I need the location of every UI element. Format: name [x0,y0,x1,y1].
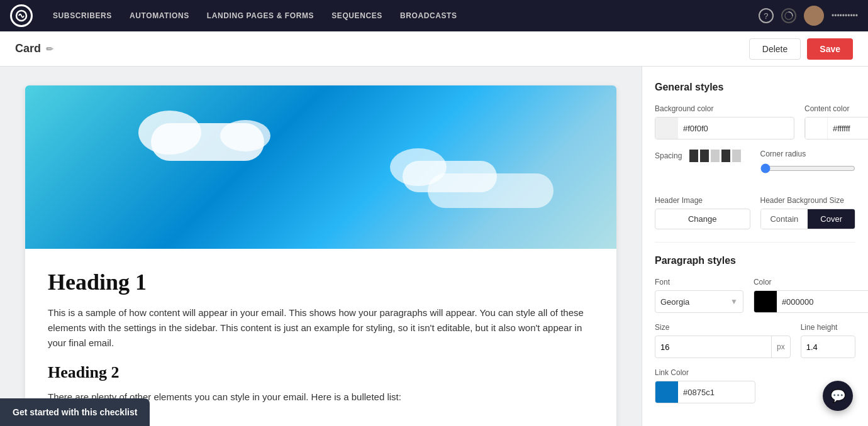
header-image-label: Header Image [655,196,750,205]
size-label: Size [655,323,791,332]
size-input-wrapper[interactable]: px [655,336,791,358]
spacing-bar-5[interactable] [732,150,741,162]
top-navigation: SUBSCRIBERS AUTOMATIONS LANDING PAGES & … [0,0,868,31]
corner-radius-label: Corner radius [760,150,856,158]
card-preview: Heading 1 This is a sample of how conten… [25,85,616,426]
line-height-input[interactable] [801,336,855,358]
main-layout: Heading 1 This is a sample of how conten… [0,67,868,426]
font-col: Font Georgia Arial Times New Roman ▼ [655,278,743,313]
header-bg-size-label: Header Background Size [760,196,856,205]
link-color-value[interactable] [678,388,755,397]
size-unit: px [771,336,790,358]
size-col: Size px [655,323,791,358]
checklist-banner[interactable]: Get started with this checklist [0,398,150,426]
chevron-down-icon: ▼ [730,297,738,306]
font-label: Font [655,278,743,287]
font-select[interactable]: Georgia Arial Times New Roman [660,297,730,307]
color-row: Background color Content color [655,104,855,139]
spacing-col: Spacing [655,150,750,186]
bg-size-buttons: Contain Cover [760,209,856,229]
font-color-input[interactable] [754,290,868,313]
spacing-bar-1[interactable] [689,150,698,162]
spacing-bar-4[interactable] [721,150,730,162]
spacing-corner-row: Spacing Corner radius [655,150,855,186]
contain-button[interactable]: Contain [761,209,808,229]
chat-widget[interactable]: 💬 [823,381,853,411]
card-hero-image [25,85,616,249]
font-color-col: Color [754,278,868,313]
background-color-col: Background color [655,104,794,139]
content-color-label: Content color [804,104,868,113]
sidebar: General styles Background color Content … [642,67,868,426]
change-image-button[interactable]: Change [655,209,750,229]
card-title: Card ✏ [15,42,53,55]
edit-title-icon[interactable]: ✏ [46,44,53,54]
header-image-col: Header Image Change [655,196,750,229]
user-name[interactable]: •••••••••• [832,11,858,20]
nav-sequences[interactable]: SEQUENCES [331,11,382,20]
spacing-bar-3[interactable] [711,150,720,162]
paragraph-styles-title: Paragraph styles [655,255,855,266]
content-color-value[interactable] [828,124,868,133]
header-image-row: Header Image Change Header Background Si… [655,196,855,229]
logo[interactable] [10,4,33,27]
corner-radius-slider[interactable] [760,163,856,173]
chat-icon: 💬 [830,388,846,403]
sub-header: Card ✏ Delete Save [0,31,868,67]
content-color-input[interactable] [804,117,868,139]
size-row: Size px Line height [655,323,855,358]
nav-broadcasts[interactable]: BROADCASTS [400,11,457,20]
background-color-swatch[interactable] [655,117,678,139]
background-color-label: Background color [655,104,794,113]
card-heading-2: Heading 2 [48,363,594,382]
nav-right: ? •••••••••• [759,6,858,26]
card-paragraph-1: This is a sample of how content will app… [48,305,594,351]
content-area: Heading 1 This is a sample of how conten… [0,67,642,426]
link-color-swatch[interactable] [655,381,678,403]
spacing-bar-2[interactable] [700,150,709,162]
nav-landing-pages[interactable]: LANDING PAGES & FORMS [207,11,314,20]
delete-button[interactable]: Delete [749,38,801,60]
spacing-label: Spacing [655,151,682,160]
font-color-row: Font Georgia Arial Times New Roman ▼ Col… [655,278,855,313]
cover-button[interactable]: Cover [808,209,855,229]
spacing-controls [689,150,741,162]
size-input[interactable] [655,342,771,352]
nav-subscribers[interactable]: SUBSCRIBERS [53,11,112,20]
line-height-label: Line height [801,323,855,332]
font-color-swatch[interactable] [754,290,777,313]
divider [655,242,855,243]
paragraph-styles: Paragraph styles Font Georgia Arial Time… [655,255,855,403]
general-styles-title: General styles [655,82,855,93]
checklist-label: Get started with this checklist [13,407,137,417]
background-color-input[interactable] [655,117,794,139]
link-color-label: Link Color [655,368,855,377]
header-actions: Delete Save [749,38,853,60]
link-color-input[interactable] [655,381,755,403]
nav-automations[interactable]: AUTOMATIONS [130,11,189,20]
save-button[interactable]: Save [807,38,853,60]
user-avatar[interactable] [804,6,824,26]
card-heading-1: Heading 1 [48,269,594,295]
card-title-text: Card [15,42,41,55]
spacing-row: Spacing [655,150,750,162]
line-height-col: Line height [801,323,855,358]
nav-links: SUBSCRIBERS AUTOMATIONS LANDING PAGES & … [53,11,738,20]
background-color-value[interactable] [678,124,794,133]
help-icon[interactable]: ? [759,8,774,23]
font-color-value[interactable] [777,297,868,307]
content-color-swatch[interactable] [805,117,828,139]
font-select-wrapper[interactable]: Georgia Arial Times New Roman ▼ [655,290,743,313]
loading-spinner [781,8,796,23]
color-label: Color [754,278,868,287]
content-color-col: Content color [804,104,868,139]
corner-radius-col: Corner radius [760,150,856,176]
header-bg-size-col: Header Background Size Contain Cover [760,196,856,229]
